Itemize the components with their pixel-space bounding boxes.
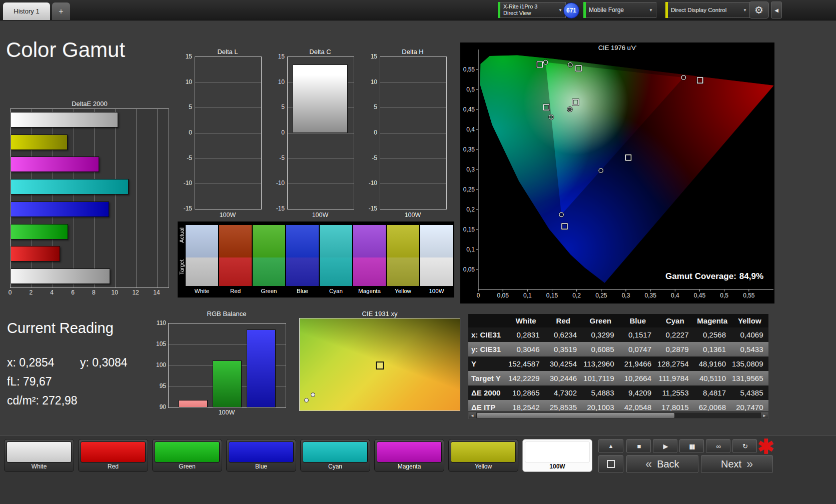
gridline [195,108,261,108]
play-button[interactable]: ▶ [653,439,677,453]
scroll-up-button[interactable]: ▲ [598,439,623,453]
scroll-track[interactable] [476,412,761,418]
new-tab-button[interactable]: + [52,2,70,20]
axis-tick-label: 14 [153,289,160,296]
table-row: y: CIE310,30460,35190,60850,07470,28790,… [468,342,768,356]
svg-text:0,3: 0,3 [466,166,475,173]
color-button-green[interactable]: Green [152,439,222,472]
reading-y-value: 0,3084 [92,356,127,369]
scroll-right-button[interactable]: ► [761,412,768,418]
table-cell: 40,5110 [694,374,731,382]
table-cell: 17,8015 [656,403,694,411]
axis-tick-label: -10 [361,180,377,186]
color-button-yellow[interactable]: Yellow [448,439,518,472]
tab-history-1[interactable]: History 1 [3,2,50,20]
axis-tick-label: 8 [92,289,96,296]
swatch-target-green [253,258,285,286]
plot-area [195,56,262,210]
swatch-label: Magenta [353,288,386,294]
gridline [94,109,95,288]
table-cell: 101,7119 [582,374,619,382]
svg-text:0,15: 0,15 [463,226,475,233]
color-button-cyan[interactable]: Cyan [300,439,370,472]
axis-label: 100W [168,409,285,416]
source-selector[interactable]: Mobile Forge ▼ [583,2,656,18]
table-cell: 0,1361 [694,345,731,354]
refresh-button[interactable]: ↻ [732,439,757,453]
table-horizontal-scrollbar[interactable]: ◄ ► [468,412,768,419]
section-title: Current Reading [7,320,114,336]
chart-deltaC: Delta C151050-5-10-15100W [269,45,355,220]
meter-selector[interactable]: X-Rite i1Pro 3 Direct View ▼ [498,2,566,18]
row-label: ΔE ITP [468,403,507,411]
scroll-left-button[interactable]: ◄ [469,412,476,418]
svg-text:0,1: 0,1 [466,246,475,253]
axis-tick-label: 10 [361,78,377,86]
swatch-label: Cyan [320,288,352,294]
color-button-white[interactable]: White [4,439,74,472]
stop-button[interactable]: ■ [626,439,651,453]
collapse-panel-button[interactable]: ◀ [771,2,782,18]
table-cell: 9,4209 [619,388,657,397]
bar-100w [11,268,110,284]
svg-text:0,35: 0,35 [463,146,475,153]
table-cell: 18,2542 [507,403,545,411]
color-fill [377,442,442,462]
up-arrow-icon: ▲ [608,443,614,449]
color-button-blue[interactable]: Blue [226,439,296,472]
cie1976-chart: CIE 1976 u'v' 00,050,10,150,20,250,30,35… [460,42,774,304]
swatch-actual-100w [420,225,453,258]
top-bar: History 1 + X-Rite i1Pro 3 Direct View ▼… [0,0,836,20]
meter-mode: Direct View [503,10,537,16]
svg-text:0,3: 0,3 [622,292,630,299]
table-cell: 142,2229 [507,374,545,382]
back-button[interactable]: « Back [626,455,698,473]
chart-title: Delta L [195,48,261,56]
stop-button-large[interactable] [598,455,623,473]
axis-tick-label: 15 [176,53,192,60]
display-control-name: Direct Display Control [671,7,740,13]
table-cell: 48,9160 [694,360,731,368]
swatch-actual-cyan [320,225,352,258]
table-cell: 21,9466 [619,360,657,368]
table-cell: 10,2664 [619,374,657,382]
table-cell: 0,6085 [582,345,619,354]
reading-cdm2-value: 272,98 [42,394,77,407]
swatch-label: 100W [420,288,453,294]
table-cell: 0,3046 [507,345,545,354]
right-arrow-icon: ► [762,414,766,418]
color-button-100w[interactable]: 100W [522,439,592,472]
svg-text:0,5: 0,5 [466,86,475,93]
cie1976-diagram: 00,050,10,150,20,250,30,350,40,450,50,55… [460,42,774,304]
reading-fl-label: fL: [7,375,20,388]
pause-button[interactable]: ▮▮ [679,439,704,453]
settings-button[interactable]: ⚙ [749,2,769,18]
column-header: Green [582,316,619,325]
pause-icon: ▮▮ [689,442,694,450]
color-button-magenta[interactable]: Magenta [374,439,444,472]
color-fill [525,442,590,462]
color-button-red[interactable]: Red [78,439,148,472]
axis-tick-label: 100 [150,362,166,368]
loop-button[interactable]: ∞ [706,439,730,453]
cie1931-chart [299,318,460,411]
bar-white [11,112,118,128]
bar-yellow [11,134,68,150]
plot-area [10,108,169,288]
row-label-actual: Actual [179,228,185,243]
chevron-down-icon: ▼ [646,8,653,12]
table-cell: 0,3299 [582,330,619,339]
chart-title: RGB Balance [168,310,285,318]
scroll-thumb[interactable] [477,413,674,418]
double-chevron-left-icon: « [645,458,652,471]
table-row: Target Y142,222930,2446101,711910,266411… [468,371,768,386]
table-cell: 152,4587 [507,360,545,368]
display-control-selector[interactable]: Direct Display Control ▼ [665,2,750,18]
svg-text:0,55: 0,55 [743,292,755,299]
chevron-down-icon: ▼ [555,8,562,12]
axis-label: 100W [287,212,353,218]
axis-tick-label: 15 [361,53,377,60]
measurement-count-badge[interactable]: 671 [563,2,579,18]
svg-text:0,1: 0,1 [523,292,532,299]
measured-marker [304,398,309,402]
